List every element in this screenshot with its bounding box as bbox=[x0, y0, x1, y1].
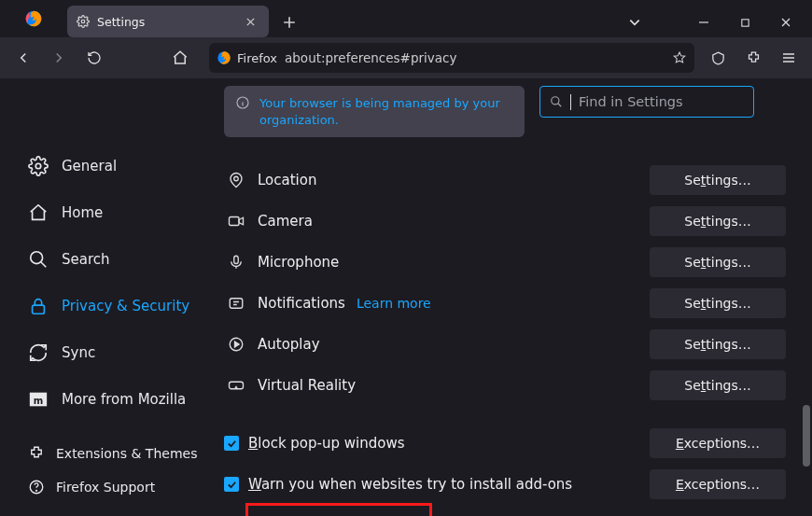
sidebar-label-general: General bbox=[62, 158, 117, 174]
settings-button-location[interactable]: Settings… bbox=[650, 165, 786, 195]
perm-row-microphone: Microphone Settings… bbox=[224, 242, 812, 283]
notifications-learn-more-link[interactable]: Learn more bbox=[357, 296, 431, 311]
sidebar-item-general[interactable]: General bbox=[28, 147, 224, 185]
autoplay-icon bbox=[224, 336, 248, 353]
svg-point-12 bbox=[552, 97, 559, 105]
block-popups-checkbox[interactable] bbox=[224, 436, 239, 451]
camera-icon bbox=[224, 213, 248, 230]
settings-button-notifications[interactable]: Settings… bbox=[650, 288, 786, 318]
warn-addons-checkbox[interactable] bbox=[224, 477, 239, 492]
perm-row-location: Location Settings… bbox=[224, 160, 812, 201]
settings-sidebar: General Home Search Privacy & Security S… bbox=[0, 78, 224, 516]
url-text: about:preferences#privacy bbox=[285, 50, 665, 65]
pocket-button[interactable] bbox=[702, 42, 734, 74]
scrollbar-thumb[interactable] bbox=[803, 405, 810, 467]
exceptions-button-popups[interactable]: Exceptions… bbox=[650, 428, 786, 458]
svg-rect-16 bbox=[230, 299, 243, 309]
exceptions-button-addons[interactable]: Exceptions… bbox=[650, 469, 786, 499]
perm-label-microphone: Microphone bbox=[258, 254, 339, 271]
sidebar-item-support[interactable]: Firefox Support bbox=[28, 472, 224, 502]
block-popups-label: Block pop-up windows bbox=[248, 435, 405, 452]
url-bar[interactable]: Firefox about:preferences#privacy bbox=[209, 43, 694, 73]
info-icon bbox=[235, 95, 250, 128]
search-placeholder: Find in Settings bbox=[579, 94, 683, 109]
perm-label-notifications: Notifications bbox=[258, 295, 345, 312]
microphone-icon bbox=[224, 254, 248, 271]
settings-search-input[interactable]: Find in Settings bbox=[539, 86, 754, 118]
settings-button-microphone[interactable]: Settings… bbox=[650, 247, 786, 277]
sidebar-item-more-mozilla[interactable]: m More from Mozilla bbox=[28, 381, 224, 418]
settings-button-camera[interactable]: Settings… bbox=[650, 206, 786, 236]
nav-back-button[interactable] bbox=[7, 42, 39, 74]
home-button[interactable] bbox=[164, 42, 196, 74]
sidebar-label-extensions: Extensions & Themes bbox=[56, 446, 197, 461]
perm-row-camera: Camera Settings… bbox=[224, 201, 812, 242]
sidebar-label-home: Home bbox=[62, 204, 103, 221]
sidebar-item-home[interactable]: Home bbox=[28, 194, 224, 231]
nav-forward-button[interactable] bbox=[43, 42, 75, 74]
location-icon bbox=[224, 172, 248, 188]
sidebar-item-search[interactable]: Search bbox=[28, 241, 224, 278]
settings-button-autoplay[interactable]: Settings… bbox=[650, 329, 786, 359]
perm-label-autoplay: Autoplay bbox=[258, 336, 320, 353]
new-tab-button[interactable] bbox=[274, 7, 304, 37]
reload-button[interactable] bbox=[78, 42, 110, 74]
window-minimize-button[interactable] bbox=[683, 7, 724, 37]
identity-label: Firefox bbox=[237, 51, 277, 65]
sidebar-item-privacy[interactable]: Privacy & Security bbox=[28, 287, 224, 325]
tabs-dropdown-button[interactable] bbox=[614, 7, 655, 37]
window-close-button[interactable] bbox=[765, 7, 806, 37]
svg-rect-14 bbox=[230, 217, 240, 226]
sidebar-label-search: Search bbox=[62, 251, 110, 268]
svg-text:m: m bbox=[34, 396, 44, 406]
perm-label-camera: Camera bbox=[258, 213, 313, 230]
bookmark-star-button[interactable] bbox=[672, 50, 687, 65]
checkbox-row-block-popups: Block pop-up windows Exceptions… bbox=[224, 423, 812, 464]
checkbox-row-warn-addons: Warn you when websites try to install ad… bbox=[224, 464, 812, 505]
vr-icon bbox=[224, 377, 248, 394]
sidebar-label-more: More from Mozilla bbox=[62, 391, 186, 408]
svg-point-1 bbox=[81, 20, 85, 23]
window-maximize-button[interactable] bbox=[724, 7, 765, 37]
perm-row-notifications: Notifications Learn more Settings… bbox=[224, 283, 812, 324]
sidebar-item-sync[interactable]: Sync bbox=[28, 334, 224, 371]
browser-tab[interactable]: Settings bbox=[67, 6, 269, 37]
sidebar-item-extensions[interactable]: Extensions & Themes bbox=[28, 439, 224, 468]
svg-point-13 bbox=[234, 176, 239, 181]
gear-icon bbox=[77, 15, 90, 28]
tab-title: Settings bbox=[97, 15, 145, 29]
svg-rect-15 bbox=[234, 256, 239, 263]
svg-point-4 bbox=[35, 163, 41, 169]
sidebar-label-support: Firefox Support bbox=[56, 480, 155, 495]
extensions-button[interactable] bbox=[737, 42, 769, 74]
svg-rect-6 bbox=[33, 305, 45, 314]
org-managed-banner[interactable]: Your browser is being managed by your or… bbox=[224, 86, 525, 137]
svg-point-5 bbox=[31, 252, 43, 264]
perm-label-vr: Virtual Reality bbox=[258, 377, 356, 394]
firefox-app-icon bbox=[0, 0, 67, 37]
perm-label-location: Location bbox=[258, 172, 316, 188]
warn-addons-label: Warn you when websites try to install ad… bbox=[248, 476, 572, 493]
svg-point-10 bbox=[36, 490, 37, 491]
org-managed-text: Your browser is being managed by your or… bbox=[259, 95, 510, 128]
search-icon bbox=[550, 95, 563, 108]
close-tab-button[interactable] bbox=[241, 12, 259, 31]
sidebar-label-privacy: Privacy & Security bbox=[62, 298, 189, 314]
identity-box[interactable]: Firefox bbox=[217, 50, 277, 65]
perm-row-vr: Virtual Reality Settings… bbox=[224, 365, 812, 406]
notifications-icon bbox=[224, 295, 248, 312]
svg-rect-2 bbox=[741, 19, 748, 25]
settings-button-vr[interactable]: Settings… bbox=[650, 370, 786, 400]
app-menu-button[interactable] bbox=[773, 42, 805, 74]
perm-row-autoplay: Autoplay Settings… bbox=[224, 324, 812, 365]
sidebar-label-sync: Sync bbox=[62, 344, 95, 361]
